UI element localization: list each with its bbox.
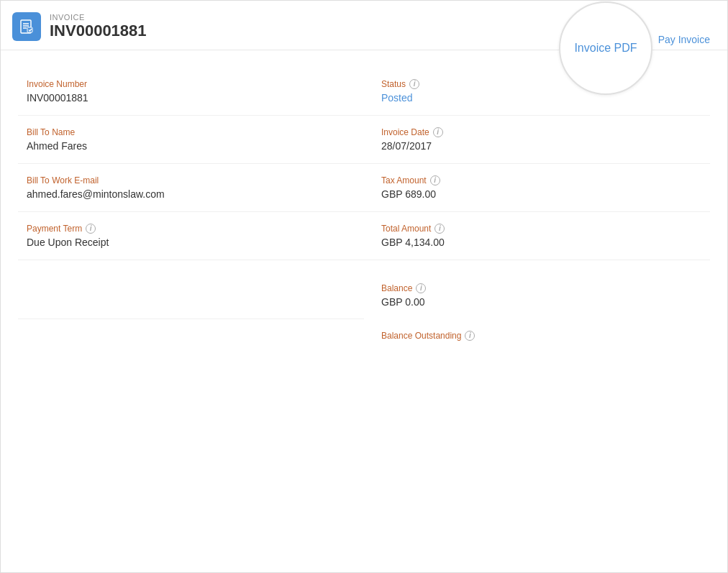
total-amount-label: Total Amount i (381, 224, 710, 234)
payment-term-label: Payment Term i (27, 224, 364, 234)
header-label: INVOICE (50, 13, 147, 22)
invoice-date-field: Invoice Date i 28/07/2017 (364, 116, 710, 164)
empty-left-cell-2 (18, 319, 364, 355)
bill-to-name-label: Bill To Name (27, 127, 364, 137)
status-field: Status i Posted (364, 68, 710, 116)
invoice-icon (12, 12, 41, 41)
page-container: INVOICE INV00001881 Invoice PDF Pay Invo… (0, 0, 728, 573)
bill-to-name-value: Ahmed Fares (27, 140, 364, 152)
header-invoice-number: INV00001881 (50, 22, 147, 40)
bill-to-email-label: Bill To Work E-mail (27, 175, 364, 185)
balance-outstanding-info-icon[interactable]: i (465, 331, 475, 341)
invoice-pdf-button[interactable]: Invoice PDF (559, 1, 652, 95)
pay-invoice-link[interactable]: Pay Invoice (658, 34, 710, 45)
balance-field: Balance i GBP 0.00 (364, 260, 710, 319)
bill-to-name-field: Bill To Name Ahmed Fares (18, 116, 364, 164)
bill-to-email-field: Bill To Work E-mail ahmed.fares@mintonsl… (18, 164, 364, 212)
tax-amount-value: GBP 689.00 (381, 188, 710, 200)
invoice-date-value: 28/07/2017 (381, 140, 710, 152)
balance-outstanding-label: Balance Outstanding i (381, 331, 710, 341)
content: Invoice Number INV00001881 Status i Post… (1, 50, 727, 372)
total-amount-field: Total Amount i GBP 4,134.00 (364, 212, 710, 260)
empty-left-cell (18, 260, 364, 319)
invoice-date-info-icon[interactable]: i (433, 127, 443, 137)
total-amount-value: GBP 4,134.00 (381, 237, 710, 248)
balance-label: Balance i (381, 283, 710, 293)
balance-outstanding-field: Balance Outstanding i (364, 319, 710, 355)
balance-value: GBP 0.00 (381, 296, 710, 308)
status-info-icon[interactable]: i (409, 79, 419, 89)
invoice-date-label: Invoice Date i (381, 127, 710, 137)
tax-amount-label: Tax Amount i (381, 175, 710, 185)
payment-term-value: Due Upon Receipt (27, 237, 364, 248)
header-title-block: INVOICE INV00001881 (50, 13, 147, 40)
header: INVOICE INV00001881 Invoice PDF Pay Invo… (1, 1, 727, 50)
fields-grid: Invoice Number INV00001881 Status i Post… (18, 68, 710, 355)
balance-info-icon[interactable]: i (416, 283, 426, 293)
invoice-number-field: Invoice Number INV00001881 (18, 68, 364, 116)
status-value: Posted (381, 92, 710, 104)
total-amount-info-icon[interactable]: i (434, 224, 445, 234)
bill-to-email-value: ahmed.fares@mintonslaw.com (27, 188, 364, 200)
payment-term-info-icon[interactable]: i (86, 224, 96, 234)
tax-amount-field: Tax Amount i GBP 689.00 (364, 164, 710, 212)
tax-amount-info-icon[interactable]: i (430, 175, 440, 185)
invoice-pdf-label: Invoice PDF (574, 42, 637, 55)
payment-term-field: Payment Term i Due Upon Receipt (18, 212, 364, 260)
status-label: Status i (381, 79, 710, 89)
invoice-number-value: INV00001881 (27, 92, 364, 104)
invoice-number-label: Invoice Number (27, 79, 364, 89)
header-left: INVOICE INV00001881 (12, 12, 147, 41)
